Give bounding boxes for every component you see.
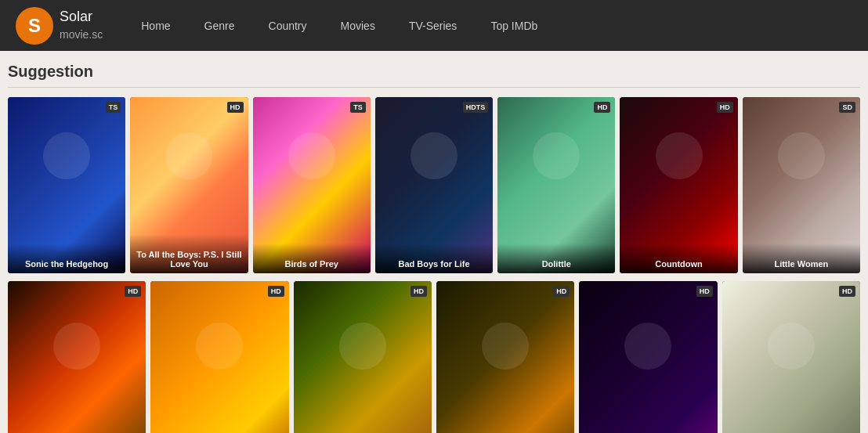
movie-poster	[150, 281, 288, 433]
movie-title: To All the Boys: P.S. I Still Love You	[130, 234, 248, 273]
movie-poster	[294, 281, 432, 433]
movie-card[interactable]: HDTSBad Boys for Life	[375, 97, 493, 273]
quality-badge: TS	[106, 102, 121, 113]
quality-badge: HD	[125, 286, 141, 297]
movie-card[interactable]: HDMaleficent: Mistress of Evil	[579, 281, 717, 433]
movie-title: Bad Boys for Life	[375, 244, 493, 273]
movie-card[interactable]: HDTerminator: Dark Fate	[436, 281, 574, 433]
main-content: Suggestion TSSonic the HedgehogHDTo All …	[0, 51, 868, 433]
quality-badge: HD	[717, 102, 733, 113]
movie-card[interactable]: HDTo All the Boys: P.S. I Still Love You	[130, 97, 248, 273]
nav-item-genre[interactable]: Genre	[190, 13, 250, 39]
quality-badge: HDTS	[463, 102, 489, 113]
quality-badge: HD	[268, 286, 284, 297]
movie-poster	[579, 281, 717, 433]
quality-badge: HD	[839, 286, 855, 297]
quality-badge: HD	[553, 286, 570, 297]
quality-badge: HD	[696, 286, 713, 297]
movie-poster	[436, 281, 574, 433]
quality-badge: HD	[227, 102, 244, 113]
movie-title: Dolittle	[497, 244, 615, 273]
movie-title: Sonic the Hedgehog	[8, 244, 125, 273]
movie-poster	[8, 281, 146, 433]
movie-card[interactable]: HDDolittle	[497, 97, 615, 273]
quality-badge: TS	[350, 102, 366, 113]
nav-item-tv-series[interactable]: TV-Series	[394, 13, 472, 39]
nav-item-movies[interactable]: Movies	[326, 13, 390, 39]
nav-item-top-imdb[interactable]: Top IMDb	[476, 13, 552, 39]
movie-card[interactable]: SDLittle Women	[743, 97, 860, 273]
movie-card[interactable]: HDCountdown	[620, 97, 737, 273]
quality-badge: HD	[410, 286, 427, 297]
movie-title: Birds of Prey	[253, 244, 371, 273]
movie-card[interactable]: TSBirds of Prey	[253, 97, 371, 273]
logo[interactable]: S Solarmovie.sc	[16, 7, 103, 45]
movie-grid-row1: TSSonic the HedgehogHDTo All the Boys: P…	[8, 97, 860, 273]
main-nav: HomeGenreCountryMoviesTV-SeriesTop IMDb	[126, 13, 552, 39]
movie-grid-row2: HDFord v FerrariHDCharlie's AngelsHDZomb…	[8, 281, 860, 433]
movie-title: Little Women	[743, 244, 860, 273]
movie-title: Countdown	[620, 244, 737, 273]
movie-card[interactable]: HDZombieland: Double Tap	[294, 281, 432, 433]
header: S Solarmovie.sc HomeGenreCountryMoviesTV…	[0, 0, 868, 51]
nav-item-country[interactable]: Country	[254, 13, 322, 39]
movie-card[interactable]: HDParasite	[722, 281, 860, 433]
quality-badge: HD	[594, 102, 610, 113]
nav-item-home[interactable]: Home	[126, 13, 185, 39]
quality-badge: SD	[839, 102, 855, 113]
logo-text: Solarmovie.sc	[60, 9, 103, 42]
logo-icon: S	[16, 7, 53, 45]
movie-card[interactable]: HDFord v Ferrari	[8, 281, 146, 433]
movie-poster	[722, 281, 860, 433]
movie-card[interactable]: TSSonic the Hedgehog	[8, 97, 125, 273]
section-title: Suggestion	[8, 63, 860, 88]
movie-card[interactable]: HDCharlie's Angels	[150, 281, 288, 433]
